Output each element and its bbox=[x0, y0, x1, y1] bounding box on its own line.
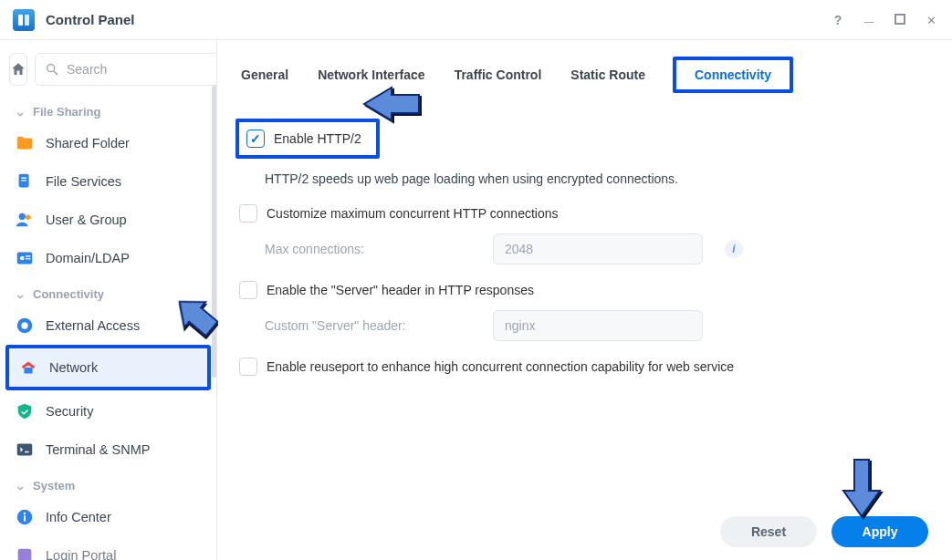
button-bar: Reset Apply bbox=[720, 516, 928, 547]
portal-icon bbox=[15, 545, 35, 560]
tab-network-interface[interactable]: Network Interface bbox=[316, 64, 426, 86]
help-icon[interactable] bbox=[830, 13, 846, 27]
reset-button[interactable]: Reset bbox=[720, 516, 817, 547]
chevron-up-icon bbox=[15, 286, 26, 301]
input-max-connections[interactable] bbox=[493, 233, 703, 264]
window-controls bbox=[830, 13, 939, 27]
sidebar: File Sharing Shared Folder File Services… bbox=[0, 40, 217, 560]
sidebar-item-user-group[interactable]: User & Group bbox=[5, 201, 211, 239]
svg-rect-19 bbox=[18, 549, 32, 560]
search-icon bbox=[45, 62, 59, 77]
sidebar-item-terminal-snmp[interactable]: Terminal & SNMP bbox=[5, 430, 211, 469]
network-icon bbox=[18, 358, 38, 378]
checkbox-server-header[interactable] bbox=[239, 281, 257, 299]
chevron-up-icon bbox=[15, 104, 26, 119]
content-pane: General Network Interface Traffic Contro… bbox=[217, 40, 952, 560]
svg-rect-11 bbox=[26, 255, 30, 256]
id-icon bbox=[15, 248, 35, 268]
sidebar-item-login-portal[interactable]: Login Portal bbox=[5, 536, 211, 560]
close-button[interactable] bbox=[923, 13, 939, 27]
tab-static-route[interactable]: Static Route bbox=[569, 64, 647, 86]
sidebar-item-label: File Services bbox=[46, 174, 121, 189]
info-icon bbox=[15, 507, 35, 527]
section-file-sharing[interactable]: File Sharing bbox=[5, 95, 211, 124]
http2-description: HTTP/2 speeds up web page loading when u… bbox=[239, 164, 930, 197]
maximize-button[interactable] bbox=[892, 13, 908, 27]
svg-rect-15 bbox=[17, 444, 33, 456]
input-custom-server[interactable] bbox=[493, 310, 703, 341]
svg-rect-12 bbox=[26, 258, 30, 259]
section-label: Connectivity bbox=[33, 287, 104, 301]
terminal-icon bbox=[15, 440, 35, 460]
shield-icon bbox=[15, 401, 35, 421]
row-custom-server: Custom "Server" header: bbox=[239, 310, 930, 341]
svg-rect-1 bbox=[25, 15, 29, 26]
files-icon bbox=[15, 171, 35, 192]
window-title: Control Panel bbox=[46, 12, 830, 27]
tabs: General Network Interface Traffic Contro… bbox=[239, 40, 930, 111]
minimize-button[interactable] bbox=[861, 13, 877, 27]
tab-connectivity[interactable]: Connectivity bbox=[673, 57, 793, 93]
sidebar-item-label: Network bbox=[49, 360, 98, 375]
row-customize-max: Customize maximum concurrent HTTP connec… bbox=[239, 197, 930, 228]
svg-point-2 bbox=[47, 65, 55, 72]
home-button[interactable] bbox=[9, 53, 27, 86]
checkbox-label: Enable HTTP/2 bbox=[274, 131, 361, 146]
field-label-custom-server: Custom "Server" header: bbox=[265, 318, 475, 333]
sidebar-item-info-center[interactable]: Info Center bbox=[5, 498, 211, 536]
sidebar-item-label: External Access bbox=[46, 318, 140, 333]
checkbox-label: Enable the "Server" header in HTTP respo… bbox=[267, 283, 534, 297]
svg-line-3 bbox=[54, 71, 58, 75]
checkbox-reuseport[interactable] bbox=[239, 358, 257, 376]
chevron-up-icon bbox=[15, 478, 26, 493]
sidebar-item-label: Shared Folder bbox=[46, 136, 130, 150]
house-icon bbox=[10, 61, 26, 78]
svg-rect-17 bbox=[24, 515, 26, 521]
section-system[interactable]: System bbox=[5, 469, 211, 498]
checkbox-label: Customize maximum concurrent HTTP connec… bbox=[267, 206, 559, 221]
sidebar-item-label: Security bbox=[46, 404, 93, 419]
tab-general[interactable]: General bbox=[239, 64, 290, 86]
tab-traffic-control[interactable]: Traffic Control bbox=[453, 64, 544, 86]
svg-rect-6 bbox=[21, 180, 26, 181]
checkbox-label: Enable reuseport to enhance high concurr… bbox=[267, 359, 734, 374]
section-connectivity[interactable]: Connectivity bbox=[5, 277, 211, 306]
search-input[interactable] bbox=[67, 62, 217, 77]
search-box[interactable] bbox=[35, 53, 217, 86]
sidebar-item-external-access[interactable]: External Access bbox=[5, 306, 211, 345]
sidebar-item-label: Terminal & SNMP bbox=[46, 442, 150, 457]
folder-icon bbox=[15, 133, 35, 153]
svg-point-18 bbox=[24, 513, 26, 514]
section-label: File Sharing bbox=[33, 105, 100, 119]
sidebar-item-network[interactable]: Network bbox=[5, 345, 211, 390]
row-reuseport: Enable reuseport to enhance high concurr… bbox=[239, 350, 930, 381]
field-label-max-connections: Max connections: bbox=[265, 242, 475, 256]
apply-button[interactable]: Apply bbox=[832, 516, 928, 547]
svg-rect-0 bbox=[18, 15, 23, 26]
sidebar-item-label: Login Portal bbox=[46, 548, 116, 560]
sidebar-item-domain-ldap[interactable]: Domain/LDAP bbox=[5, 239, 211, 277]
sidebar-item-shared-folder[interactable]: Shared Folder bbox=[5, 124, 211, 162]
users-icon bbox=[15, 210, 35, 230]
sidebar-item-label: Info Center bbox=[46, 510, 111, 524]
svg-point-8 bbox=[26, 215, 30, 221]
sidebar-item-label: Domain/LDAP bbox=[46, 251, 130, 265]
sidebar-item-file-services[interactable]: File Services bbox=[5, 162, 211, 201]
section-label: System bbox=[33, 479, 75, 493]
sidebar-item-security[interactable]: Security bbox=[5, 392, 211, 430]
row-max-connections: Max connections: i bbox=[239, 233, 930, 264]
row-enable-http2: Enable HTTP/2 bbox=[239, 111, 930, 164]
svg-point-7 bbox=[19, 213, 26, 220]
checkbox-enable-http2[interactable] bbox=[246, 130, 265, 148]
row-server-header: Enable the "Server" header in HTTP respo… bbox=[239, 274, 930, 305]
info-icon[interactable]: i bbox=[725, 240, 743, 258]
checkbox-customize-max[interactable] bbox=[239, 204, 257, 223]
sidebar-item-label: User & Group bbox=[46, 213, 127, 227]
app-icon bbox=[13, 9, 35, 31]
titlebar: Control Panel bbox=[0, 0, 952, 40]
link-icon bbox=[15, 316, 35, 336]
svg-rect-14 bbox=[24, 368, 32, 373]
svg-rect-5 bbox=[21, 177, 26, 178]
svg-point-10 bbox=[20, 256, 25, 261]
